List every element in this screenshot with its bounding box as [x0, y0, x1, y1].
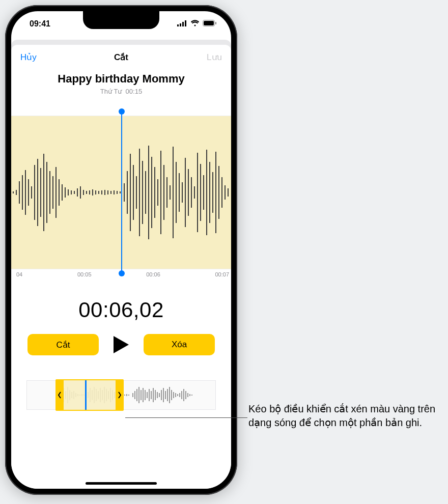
callout-leader — [125, 417, 247, 418]
overview-waveform[interactable] — [26, 380, 216, 410]
play-icon — [113, 335, 130, 354]
save-button[interactable]: Lưu — [207, 52, 222, 63]
trim-handle-right[interactable] — [116, 380, 124, 410]
play-button[interactable] — [108, 331, 134, 358]
playhead[interactable] — [121, 111, 122, 273]
recording-title: Happy birthday Mommy — [11, 72, 231, 86]
svg-rect-3 — [185, 20, 186, 26]
overview-playhead[interactable] — [85, 380, 87, 410]
iphone-frame: 09:41 Hủy Cắt Lưu Happy birthday Momm — [5, 5, 237, 495]
delete-button[interactable]: Xóa — [144, 334, 215, 355]
notch — [83, 11, 159, 29]
trim-handle-left[interactable] — [55, 380, 64, 410]
chevron-right-icon — [118, 391, 122, 399]
tick-label: 04 — [13, 271, 22, 277]
sheet-title: Cắt — [11, 52, 231, 63]
recording-meta: Thứ Tư 00:15 — [11, 88, 231, 95]
trim-button[interactable]: Cắt — [27, 334, 99, 355]
cellular-icon — [177, 19, 187, 29]
waveform-main[interactable] — [11, 116, 231, 269]
tick-label: 00:07 — [215, 271, 229, 277]
cancel-button[interactable]: Hủy — [20, 52, 37, 63]
sheet-nav: Hủy Cắt Lưu — [11, 45, 231, 69]
tick-label: 00:06 — [146, 271, 160, 277]
svg-rect-0 — [177, 24, 179, 26]
recording-day: Thứ Tư — [100, 88, 122, 95]
svg-rect-1 — [180, 23, 181, 26]
battery-icon — [203, 19, 217, 29]
svg-rect-5 — [204, 21, 214, 25]
recording-duration: 00:15 — [126, 88, 143, 95]
home-indicator[interactable] — [86, 482, 157, 485]
callout-text: Kéo bộ điều khiển cắt xén màu vàng trên … — [248, 402, 438, 430]
status-time: 09:41 — [30, 19, 50, 29]
wifi-icon — [190, 19, 200, 29]
trim-selection[interactable] — [55, 379, 124, 411]
current-time: 00:06,02 — [11, 298, 231, 322]
controls-row: Cắt Xóa — [11, 322, 231, 358]
trim-sheet: Hủy Cắt Lưu Happy birthday Mommy Thứ Tư … — [11, 45, 231, 489]
tick-label: 00:05 — [77, 271, 92, 277]
svg-rect-6 — [215, 22, 216, 24]
chevron-left-icon — [58, 391, 62, 399]
svg-rect-2 — [182, 22, 184, 26]
